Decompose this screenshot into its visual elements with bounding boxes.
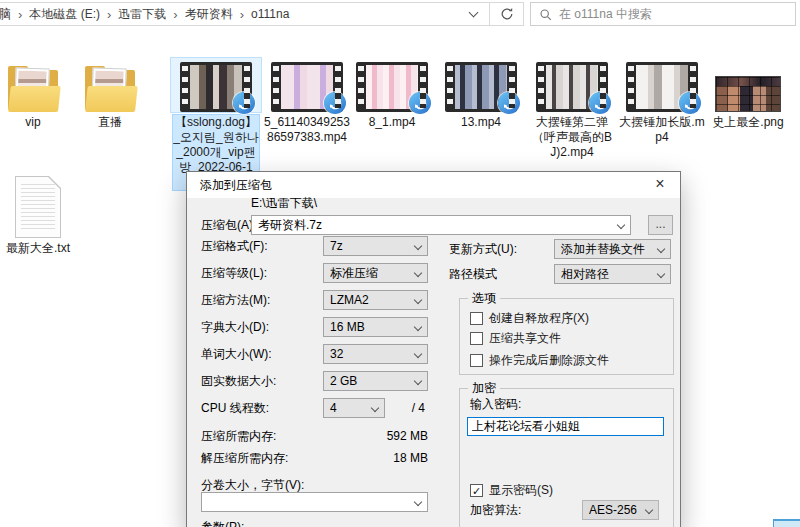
file-name: 大摆锤第二弹（呼声最高的BJ)2.mp4 xyxy=(529,115,615,160)
file-name: 大摆锤加长版.mp4 xyxy=(619,115,705,145)
chevron-down-icon xyxy=(617,221,625,229)
solid-size-label: 固实数据大小: xyxy=(201,371,276,391)
method-select[interactable]: LZMA2 xyxy=(323,290,428,310)
chevron-down-icon xyxy=(414,242,422,250)
close-icon[interactable]: × xyxy=(640,172,680,198)
chevron-down-icon xyxy=(645,506,653,514)
breadcrumb-item-o111na[interactable]: o111na xyxy=(245,7,295,21)
add-to-archive-dialog: 添加到压缩包 × E:\迅雷下载\ 压缩包(A) 考研资料.7z ... 压缩格… xyxy=(186,171,681,527)
encryption-group: 加密 输入密码: ✓ 显示密码(S) 加密算法: AES-256 xyxy=(459,388,674,527)
checkbox-unchecked[interactable] xyxy=(470,354,483,367)
dict-size-select[interactable]: 16 MB xyxy=(323,317,428,337)
chevron-down-icon xyxy=(414,377,422,385)
thunder-overlay-icon xyxy=(589,92,611,114)
breadcrumb-item-thunder-downloads[interactable]: 迅雷下载 xyxy=(112,6,172,23)
encryption-algo-select[interactable]: AES-256 xyxy=(582,500,659,520)
path-mode-value: 相对路径 xyxy=(561,267,609,281)
archive-dir-text: E:\迅雷下载\ xyxy=(251,196,317,210)
file-item-video-dbc2[interactable]: 大摆锤第二弹（呼声最高的BJ)2.mp4 xyxy=(527,58,617,160)
chevron-down-icon xyxy=(414,269,422,277)
file-item-video-13[interactable]: 13.mp4 xyxy=(436,58,526,130)
text-file-icon xyxy=(0,174,83,238)
cutoff-button-fragment xyxy=(773,519,800,527)
password-input[interactable] xyxy=(467,417,664,436)
video-file-icon xyxy=(171,58,261,112)
image-file-icon xyxy=(703,58,793,112)
cpu-threads-max: / 4 xyxy=(392,398,425,418)
password-label: 输入密码: xyxy=(470,397,521,411)
search-icon xyxy=(539,8,552,21)
file-name: 5_6114034925386597383.mp4 xyxy=(264,115,350,145)
file-item-png[interactable]: 史上最全.png xyxy=(703,58,793,130)
show-password-label: 显示密码(S) xyxy=(489,482,553,499)
refresh-button[interactable] xyxy=(490,2,524,26)
file-name: 史上最全.png xyxy=(705,115,791,130)
breadcrumb-item-kaoyan[interactable]: 考研资料 xyxy=(179,6,239,23)
cpu-threads-value: 4 xyxy=(330,401,337,415)
file-item-video-8-1[interactable]: 8_1.mp4 xyxy=(347,58,437,130)
dialog-title: 添加到压缩包 xyxy=(200,172,272,198)
chevron-down-icon xyxy=(657,245,665,253)
checkbox-checked[interactable]: ✓ xyxy=(470,484,483,497)
parameters-label: 参数(P): xyxy=(201,517,244,527)
checkbox-unchecked[interactable] xyxy=(470,312,483,325)
decompress-memory-label: 解压缩所需内存: xyxy=(201,448,288,468)
level-label: 压缩等级(L): xyxy=(201,263,267,283)
update-mode-select[interactable]: 添加并替换文件 xyxy=(554,239,671,259)
delete-after-option[interactable]: 操作完成后删除源文件 xyxy=(470,352,609,368)
solid-size-value: 2 GB xyxy=(330,374,357,388)
format-select[interactable]: 7z xyxy=(323,236,428,256)
show-password-option[interactable]: ✓ 显示密码(S) xyxy=(470,482,553,498)
address-bar[interactable]: 脑 › 本地磁盘 (E:) › 迅雷下载 › 考研资料 › o111na xyxy=(0,2,490,26)
path-mode-select[interactable]: 相对路径 xyxy=(554,264,671,284)
compress-memory-label: 压缩所需内存: xyxy=(201,426,276,446)
word-size-label: 单词大小(W): xyxy=(201,344,272,364)
video-file-icon xyxy=(347,58,437,112)
method-label: 压缩方法(M): xyxy=(201,290,270,310)
refresh-icon xyxy=(500,7,514,21)
video-file-icon xyxy=(436,58,526,112)
create-sfx-label: 创建自释放程序(X) xyxy=(489,310,589,327)
chevron-down-icon xyxy=(414,350,422,358)
dialog-title-bar[interactable]: 添加到压缩包 × xyxy=(187,172,680,198)
file-item-zhibo[interactable]: 直播 xyxy=(65,58,155,130)
file-item-video-dbc-long[interactable]: 大摆锤加长版.mp4 xyxy=(617,58,707,145)
file-name: 8_1.mp4 xyxy=(349,115,435,130)
file-item-video-5[interactable]: 5_6114034925386597383.mp4 xyxy=(262,58,352,145)
search-box[interactable] xyxy=(530,2,796,26)
video-file-icon xyxy=(617,58,707,112)
browse-button[interactable]: ... xyxy=(648,215,673,235)
volume-size-combobox[interactable] xyxy=(201,492,428,512)
create-sfx-option[interactable]: 创建自释放程序(X) xyxy=(470,310,589,326)
file-item-txt[interactable]: 最新大全.txt xyxy=(0,174,83,256)
solid-size-select[interactable]: 2 GB xyxy=(323,371,428,391)
delete-after-label: 操作完成后删除源文件 xyxy=(489,352,609,369)
chevron-down-icon xyxy=(414,296,422,304)
chevron-down-icon xyxy=(657,270,665,278)
explorer-top-bar: 脑 › 本地磁盘 (E:) › 迅雷下载 › 考研资料 › o111na xyxy=(0,0,800,30)
file-name: 直播 xyxy=(67,115,153,130)
level-select[interactable]: 标准压缩 xyxy=(323,263,428,283)
update-mode-label: 更新方式(U): xyxy=(449,239,517,259)
thunder-overlay-icon xyxy=(498,92,520,114)
archive-name-combobox[interactable]: 考研资料.7z xyxy=(251,215,631,235)
checkbox-unchecked[interactable] xyxy=(470,332,483,345)
search-input[interactable] xyxy=(559,7,787,21)
decompress-memory-value: 18 MB xyxy=(323,448,428,468)
dict-size-value: 16 MB xyxy=(330,320,365,334)
update-mode-value: 添加并替换文件 xyxy=(561,242,645,256)
encryption-algo-value: AES-256 xyxy=(589,503,637,517)
thunder-overlay-icon xyxy=(324,92,346,114)
chevron-down-icon[interactable] xyxy=(469,8,479,18)
compress-memory-value: 592 MB xyxy=(323,426,428,446)
compress-shared-option[interactable]: 压缩共享文件 xyxy=(470,330,561,346)
path-mode-label: 路径模式 xyxy=(449,264,497,284)
breadcrumb-leading[interactable]: 脑 xyxy=(0,6,17,23)
cpu-threads-label: CPU 线程数: xyxy=(201,398,269,418)
encryption-group-title: 加密 xyxy=(468,381,500,395)
word-size-select[interactable]: 32 xyxy=(323,344,428,364)
breadcrumb-item-drive[interactable]: 本地磁盘 (E:) xyxy=(23,6,106,23)
cpu-threads-select[interactable]: 4 xyxy=(323,398,385,418)
video-file-icon xyxy=(527,58,617,112)
chevron-down-icon xyxy=(371,404,379,412)
